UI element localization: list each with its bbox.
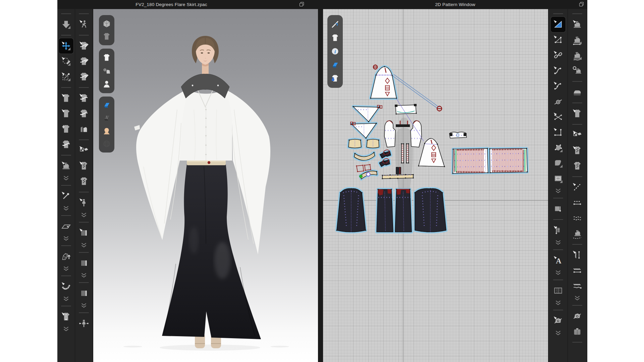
pattern-point[interactable]: [396, 189, 397, 190]
edit-uv-tool[interactable]: [76, 158, 91, 174]
select-move-tool[interactable]: [59, 38, 73, 54]
simulate-tool[interactable]: [59, 17, 73, 32]
edit-texture-2d-tool[interactable]: [570, 127, 585, 143]
select-lasso-tool[interactable]: [59, 54, 73, 69]
expand-more-chevron-icon[interactable]: [59, 264, 73, 273]
fold-arrangement-tool[interactable]: [59, 219, 73, 234]
iron-tool[interactable]: [570, 84, 585, 100]
garment-measure-tool[interactable]: [59, 309, 73, 324]
edit-texture-tool[interactable]: [76, 143, 91, 158]
segment-sewing-tool[interactable]: [570, 32, 585, 48]
bonding-tool[interactable]: [76, 286, 91, 301]
show-wireframe-toggle[interactable]: [101, 138, 112, 150]
text-tool[interactable]: A: [551, 253, 566, 268]
pattern-point[interactable]: [416, 113, 417, 114]
pattern-point[interactable]: [377, 189, 379, 190]
pattern-point[interactable]: [365, 230, 366, 231]
pattern-point[interactable]: [413, 177, 414, 179]
pattern-point[interactable]: [391, 189, 392, 190]
pattern-point[interactable]: [415, 104, 416, 106]
pattern-point[interactable]: [373, 152, 375, 153]
grading-tool[interactable]: [551, 313, 566, 328]
smock-panel-right[interactable]: [490, 148, 527, 173]
style-line-tool[interactable]: [76, 106, 91, 121]
select-garment-tool[interactable]: [59, 90, 73, 106]
pattern-point[interactable]: [389, 174, 391, 176]
elastic-curve-tool[interactable]: [570, 278, 585, 294]
transform-pattern-tool[interactable]: [551, 17, 566, 32]
show-sewing-toggle[interactable]: [329, 18, 341, 31]
start-point-marker[interactable]: [360, 175, 363, 178]
expand-more-chevron-icon[interactable]: [59, 204, 73, 213]
segment-basting-tool[interactable]: [570, 195, 585, 210]
pattern-point[interactable]: [408, 162, 409, 164]
show-pattern-toggle[interactable]: [329, 32, 341, 44]
expand-more-chevron-icon[interactable]: [551, 268, 566, 277]
expand-more-chevron-icon[interactable]: [76, 210, 91, 219]
drape-garment-tool[interactable]: [59, 137, 73, 152]
lift-garment-tool[interactable]: [59, 249, 73, 264]
move-garment-tool[interactable]: [59, 106, 73, 121]
tab-piece-a[interactable]: [396, 167, 398, 174]
show-garment-toggle[interactable]: [101, 52, 112, 64]
detect-sewing-tool[interactable]: [570, 63, 585, 78]
float-window-icon[interactable]: [300, 2, 304, 6]
pattern-point[interactable]: [406, 162, 407, 164]
flatten-pattern-tool[interactable]: [76, 121, 91, 137]
pattern-point[interactable]: [414, 192, 416, 193]
pattern-point[interactable]: [401, 162, 402, 164]
rectangle-pattern-tool[interactable]: [551, 171, 566, 186]
edit-sewing-tool[interactable]: [570, 17, 585, 32]
pattern-point[interactable]: [340, 192, 341, 193]
pattern-point[interactable]: [401, 143, 402, 144]
gather-tool[interactable]: [570, 210, 585, 226]
thick-textured-surface-toggle[interactable]: [101, 112, 112, 124]
pattern-point[interactable]: [424, 143, 425, 144]
pattern-point[interactable]: [382, 175, 383, 176]
pattern-point[interactable]: [382, 178, 383, 179]
pattern-point[interactable]: [376, 171, 377, 172]
pattern-point[interactable]: [384, 66, 385, 67]
pattern-point[interactable]: [389, 178, 391, 179]
pattern-point[interactable]: [336, 230, 337, 231]
edit-seamline-tool[interactable]: [76, 38, 91, 54]
pattern-point[interactable]: [430, 188, 431, 189]
pattern-point[interactable]: [376, 123, 377, 124]
edit-curve-point-tool[interactable]: [551, 78, 566, 94]
uv-map-tool[interactable]: [76, 174, 91, 189]
expand-more-chevron-icon[interactable]: [59, 294, 73, 303]
expand-more-chevron-icon[interactable]: [551, 298, 566, 307]
trace-tool[interactable]: [551, 125, 566, 140]
pattern-point[interactable]: [403, 162, 404, 164]
pattern-point[interactable]: [406, 143, 407, 144]
sew-tool[interactable]: [59, 158, 73, 174]
show-avatar-skin-toggle[interactable]: [101, 125, 112, 137]
pin-tool[interactable]: [59, 188, 73, 204]
uv-map-2d-tool[interactable]: [570, 158, 585, 174]
pleat-tool[interactable]: [551, 283, 566, 298]
pattern-point[interactable]: [397, 178, 398, 179]
free-sewing-tool[interactable]: [570, 48, 585, 63]
3d-garment-viewport[interactable]: [93, 9, 318, 362]
trim-tool[interactable]: [76, 225, 91, 241]
pattern-point[interactable]: [403, 143, 404, 144]
bundle-tool[interactable]: [570, 324, 585, 339]
show-3d-objects-toggle[interactable]: [101, 18, 112, 30]
pattern-point[interactable]: [360, 139, 361, 141]
dart-tool[interactable]: [551, 201, 566, 217]
pattern-point[interactable]: [396, 98, 397, 99]
bodice-front-right[interactable]: [411, 121, 422, 147]
pattern-point[interactable]: [395, 113, 397, 115]
expand-more-chevron-icon[interactable]: [551, 328, 566, 337]
front-yoke-piece[interactable]: [371, 67, 396, 98]
window-divider[interactable]: [318, 0, 323, 362]
pattern-point[interactable]: [444, 166, 445, 167]
pattern-point[interactable]: [413, 174, 414, 175]
button-fastener-tool[interactable]: [76, 255, 91, 271]
basting-tool[interactable]: [570, 180, 585, 195]
fit-zipper-tool[interactable]: [76, 316, 91, 331]
bodice-front-left[interactable]: [384, 121, 395, 147]
float-window-icon[interactable]: [579, 2, 584, 6]
show-avatar-toggle[interactable]: [101, 78, 112, 90]
pattern-point[interactable]: [487, 172, 489, 173]
